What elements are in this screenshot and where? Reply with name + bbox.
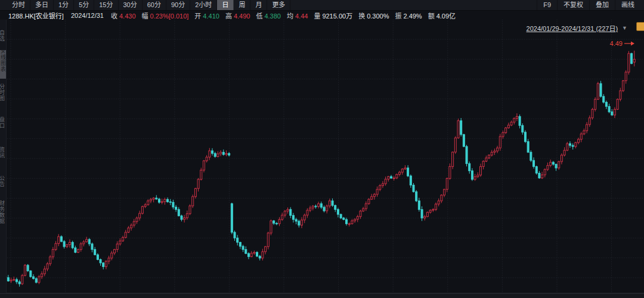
quote-field-8: 振2.49% (395, 11, 422, 20)
quote-field-label: 幅 (142, 13, 148, 20)
quote-field-0: 收4.430 (111, 11, 136, 20)
period-tab-1[interactable]: 多日 (30, 0, 54, 10)
quote-field-value: 4.490 (234, 13, 250, 20)
quote-date: 2024/12/31 (71, 12, 104, 19)
quote-field-label: 额 (428, 13, 435, 20)
symbol-name: 1288.HK[农业银行] (8, 11, 64, 20)
quote-field-value: 4.410 (203, 13, 219, 20)
period-tab-12[interactable]: 更多 (267, 0, 290, 10)
stock-chart-app: 分时多日1分5分15分30分60分90分2小时日周月更多 F9不复权叠加画线 1… (0, 0, 644, 298)
quote-field-label: 振 (395, 13, 401, 20)
period-tab-8[interactable]: 2小时 (190, 0, 217, 10)
toolbar-right-tools: F9不复权叠加画线 (537, 0, 644, 10)
period-tabs: 分时多日1分5分15分30分60分90分2小时日周月更多 (0, 0, 290, 10)
period-tab-0[interactable]: 分时 (7, 0, 30, 10)
toolbar-spacer (290, 0, 537, 10)
candlestick-svg[interactable]: 4.49 (0, 20, 644, 293)
quote-field-label: 开 (194, 13, 201, 20)
chart-area[interactable]: 4.49 2024/01/29-2024/12/31 (227日) ▼ (0, 20, 644, 293)
quote-field-2: 开4.410 (194, 11, 219, 20)
left-strip-item-1[interactable]: K线图表 (0, 50, 6, 79)
period-tab-2[interactable]: 1分 (54, 0, 74, 10)
quote-field-4: 低4.380 (256, 11, 281, 20)
quote-field-value: 0.300% (367, 13, 389, 20)
quote-field-6: 量9215.00万 (314, 11, 352, 20)
toolbar-tool-0[interactable]: F9 (537, 0, 557, 10)
quote-field-value: 0.23%[0.010] (150, 13, 189, 20)
chevron-down-icon[interactable]: ▼ (622, 25, 627, 31)
bottom-pane-divider (0, 293, 644, 298)
left-strip-item-0[interactable]: 自选 (0, 30, 5, 46)
period-tab-5[interactable]: 30分 (119, 0, 143, 10)
toolbar-tool-3[interactable]: 画线 (615, 0, 640, 10)
period-toolbar: 分时多日1分5分15分30分60分90分2小时日周月更多 F9不复权叠加画线 (0, 0, 644, 11)
toolbar-tool-2[interactable]: 叠加 (589, 0, 615, 10)
quote-field-value: 4.430 (119, 13, 136, 20)
quote-field-value: 9215.00万 (322, 13, 352, 20)
quote-field-9: 额4.09亿 (428, 11, 456, 20)
quote-field-label: 量 (314, 13, 320, 20)
date-range-control[interactable]: 2024/01/29-2024/12/31 (227日) ▼ (527, 23, 627, 33)
left-strip-item-5[interactable]: 公告 (0, 175, 5, 188)
period-tab-9[interactable]: 日 (217, 0, 234, 10)
quote-field-label: 低 (256, 13, 262, 20)
quote-field-label: 均 (287, 13, 293, 20)
left-strip-item-3[interactable]: 盘口 (0, 117, 5, 130)
quote-field-3: 高4.490 (225, 11, 250, 20)
quote-field-value: 4.380 (264, 13, 281, 20)
quote-fields: 收4.430幅0.23%[0.010]开4.410高4.490低4.380均4.… (111, 11, 462, 20)
quote-field-label: 收 (111, 13, 117, 20)
quote-field-label: 高 (225, 13, 232, 20)
quote-field-5: 均4.44 (287, 11, 308, 20)
period-tab-3[interactable]: 5分 (74, 0, 94, 10)
quote-info-bar: 1288.HK[农业银行] 2024/12/31 收4.430幅0.23%[0.… (0, 11, 644, 20)
cut-off-orange-button[interactable] (636, 22, 644, 31)
high-price-label: 4.49 (610, 40, 623, 47)
quote-field-value: 4.44 (295, 13, 308, 20)
period-tab-11[interactable]: 月 (250, 0, 267, 10)
period-tab-6[interactable]: 60分 (143, 0, 166, 10)
period-tab-10[interactable]: 周 (234, 0, 250, 10)
period-tab-7[interactable]: 90分 (166, 0, 190, 10)
quote-field-value: 4.09亿 (436, 13, 456, 20)
left-strip-item-4[interactable]: 资讯 (0, 147, 5, 160)
quote-field-1: 幅0.23%[0.010] (142, 11, 189, 20)
quote-field-value: 2.49% (403, 13, 422, 20)
toolbar-tool-1[interactable]: 不复权 (557, 0, 589, 10)
left-strip-item-2[interactable]: 分时图 (0, 83, 5, 107)
left-strip-item-6[interactable]: 财务数据 (0, 200, 5, 236)
quote-field-7: 换0.300% (358, 11, 389, 20)
left-clipped-tab-strip[interactable]: 自选K线图表分时图盘口资讯公告财务数据 (0, 20, 7, 293)
date-range-label[interactable]: 2024/01/29-2024/12/31 (227日) (527, 23, 618, 33)
period-tab-4[interactable]: 15分 (94, 0, 118, 10)
quote-field-label: 换 (358, 13, 365, 20)
